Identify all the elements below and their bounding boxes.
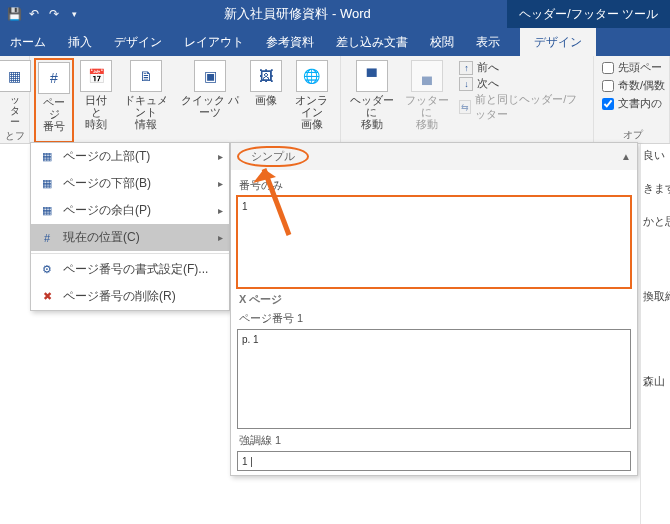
gallery-scroll-up-icon[interactable]: ▲ (621, 151, 631, 162)
nav-previous-button[interactable]: ↑ 前へ (459, 60, 584, 75)
contextual-tool-label: ヘッダー/フッター ツール (507, 0, 670, 28)
ribbon: ▦ ッター とフッ # ページ 番号 📅 日付と 時刻 🗎 ドキュメント 情報 … (0, 56, 670, 144)
undo-icon[interactable]: ↶ (26, 6, 42, 22)
page-number-icon: # (38, 62, 70, 94)
qat-customize-icon[interactable]: ▾ (66, 6, 82, 22)
menu-current-position[interactable]: # 現在の位置(C) ▸ (31, 224, 229, 251)
gallery-category-label: シンプル (237, 146, 309, 167)
tab-home[interactable]: ホーム (8, 34, 48, 51)
menu-page-top[interactable]: ▦ ページの上部(T) ▸ (31, 143, 229, 170)
calendar-icon: 📅 (80, 60, 112, 92)
link-previous-button[interactable]: ⇆ 前と同じヘッダー/フッター (459, 92, 584, 122)
group-label-options: オプ (602, 128, 665, 143)
tab-design[interactable]: デザイン (112, 34, 164, 51)
goto-header-button[interactable]: ▀ ヘッダーに 移動 (345, 58, 398, 143)
ribbon-tabs: ホーム 挿入 デザイン レイアウト 参考資料 差し込み文書 校閲 表示 デザイン (0, 28, 670, 56)
submenu-arrow-icon: ▸ (218, 151, 223, 162)
tab-layout[interactable]: レイアウト (182, 34, 246, 51)
document-info-button[interactable]: 🗎 ドキュメント 情報 (118, 58, 175, 143)
option-odd-even[interactable]: 奇数/偶数 (602, 78, 665, 93)
page-number-gallery: シンプル ▲ 番号のみ 1 X ページ ページ番号 1 p. 1 強調線 1 1… (230, 142, 638, 476)
gallery-item-number-only[interactable]: 1 (237, 196, 631, 288)
picture-icon: 🖼 (250, 60, 282, 92)
gallery-subsection-label: X ページ (239, 292, 629, 307)
document-title: 新入社員研修資料 - Word (88, 5, 507, 23)
remove-icon: ✖ (39, 289, 55, 305)
link-icon: ⇆ (459, 100, 471, 114)
format-icon: ⚙ (39, 262, 55, 278)
previous-icon: ↑ (459, 61, 473, 75)
goto-footer-button[interactable]: ▄ フッターに 移動 (400, 58, 453, 143)
header-footer-partial-button[interactable]: ▦ ッター (4, 58, 25, 129)
gallery-item-label: 番号のみ (239, 178, 629, 193)
page-top-icon: ▦ (39, 149, 55, 165)
page-number-button[interactable]: # ページ 番号 (34, 58, 74, 143)
tab-mailings[interactable]: 差し込み文書 (334, 34, 410, 51)
tab-references[interactable]: 参考資料 (264, 34, 316, 51)
redo-icon[interactable]: ↷ (46, 6, 62, 22)
goto-footer-icon: ▄ (411, 60, 443, 92)
gallery-item-label: 強調線 1 (239, 433, 629, 448)
tab-hf-design[interactable]: デザイン (520, 28, 596, 56)
gallery-item-page-number-1[interactable]: p. 1 (237, 329, 631, 429)
tab-insert[interactable]: 挿入 (66, 34, 94, 51)
document-info-icon: 🗎 (130, 60, 162, 92)
page-margin-icon: ▦ (39, 203, 55, 219)
save-icon[interactable]: 💾 (6, 6, 22, 22)
next-icon: ↓ (459, 77, 473, 91)
tab-review[interactable]: 校閲 (428, 34, 456, 51)
date-time-button[interactable]: 📅 日付と 時刻 (76, 58, 116, 143)
option-first-page[interactable]: 先頭ペー (602, 60, 665, 75)
menu-format-page-numbers[interactable]: ⚙ ページ番号の書式設定(F)... (31, 256, 229, 283)
pictures-button[interactable]: 🖼 画像 (246, 58, 286, 143)
menu-page-bottom[interactable]: ▦ ページの下部(B) ▸ (31, 170, 229, 197)
menu-page-margins[interactable]: ▦ ページの余白(P) ▸ (31, 197, 229, 224)
document-area: 良い きます かと思 換取締 森山 (640, 144, 670, 524)
gallery-item-label: ページ番号 1 (239, 311, 629, 326)
submenu-arrow-icon: ▸ (218, 232, 223, 243)
current-pos-icon: # (39, 230, 55, 246)
online-picture-icon: 🌐 (296, 60, 328, 92)
gallery-item-accent-1[interactable]: 1 | (237, 451, 631, 471)
goto-header-icon: ▀ (356, 60, 388, 92)
page-number-dropdown: ▦ ページの上部(T) ▸ ▦ ページの下部(B) ▸ ▦ ページの余白(P) … (30, 142, 230, 311)
nav-next-button[interactable]: ↓ 次へ (459, 76, 584, 91)
tab-view[interactable]: 表示 (474, 34, 502, 51)
quick-parts-icon: ▣ (194, 60, 226, 92)
submenu-arrow-icon: ▸ (218, 178, 223, 189)
option-show-doc-text[interactable]: 文書内の (602, 96, 665, 111)
menu-remove-page-numbers[interactable]: ✖ ページ番号の削除(R) (31, 283, 229, 310)
online-pictures-button[interactable]: 🌐 オンライン 画像 (288, 58, 337, 143)
page-bottom-icon: ▦ (39, 176, 55, 192)
quick-parts-button[interactable]: ▣ クイック パーツ (177, 58, 244, 143)
group-label-hf: とフッ (4, 129, 25, 144)
submenu-arrow-icon: ▸ (218, 205, 223, 216)
document-icon: ▦ (0, 60, 31, 92)
